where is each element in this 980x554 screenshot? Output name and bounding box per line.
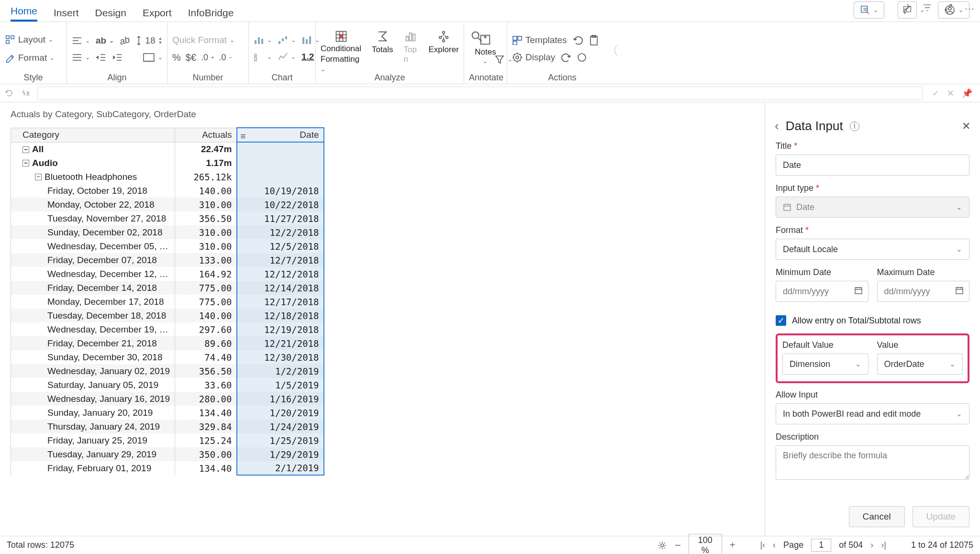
value-select[interactable]: OrderDate ⌄ xyxy=(877,354,963,375)
col-actuals[interactable]: Actuals xyxy=(175,128,237,142)
decrease-decimal[interactable]: .0− xyxy=(219,53,232,63)
calendar-icon[interactable] xyxy=(854,286,863,295)
page-input[interactable]: 1 xyxy=(811,539,831,552)
pin-chart[interactable]: ⌄ xyxy=(254,52,272,62)
first-page[interactable]: |‹ xyxy=(760,540,765,550)
format-button[interactable]: Format⌄ xyxy=(5,53,55,63)
last-page[interactable]: ›| xyxy=(881,540,886,550)
table-row[interactable]: Friday, December 21, 201889.6012/21/2018 xyxy=(11,336,324,350)
table-row[interactable]: Sunday, January 20, 2019134.401/20/2019 xyxy=(11,406,324,420)
pin-fb-icon[interactable]: 📌 xyxy=(962,88,972,99)
table-row[interactable]: Friday, January 25, 2019125.241/25/2019 xyxy=(11,433,324,447)
back-icon[interactable]: ‹ xyxy=(775,119,779,133)
layout-button[interactable]: Layout⌄ xyxy=(5,34,55,45)
font-size[interactable]: 18 ▲▼ xyxy=(135,35,162,46)
redo-button[interactable] xyxy=(561,53,571,62)
description-textarea[interactable] xyxy=(776,445,969,480)
clipboard-button[interactable] xyxy=(589,35,599,45)
currency-button[interactable]: $€ xyxy=(186,52,196,63)
table-row[interactable]: −Bluetooth Headphones265.12k xyxy=(11,170,324,184)
table-row[interactable]: Wednesday, January 02, 2019356.501/2/201… xyxy=(11,364,324,378)
increase-decimal[interactable]: .0+ xyxy=(201,53,214,63)
quick-format[interactable]: Quick Format⌄ xyxy=(172,35,234,45)
table-row[interactable]: Friday, December 14, 2018775.0012/14/201… xyxy=(11,281,324,295)
pin-icon[interactable] xyxy=(902,3,912,13)
filter-icon[interactable] xyxy=(923,3,933,13)
ribbon-scroll-right[interactable]: › xyxy=(614,44,617,56)
undo-fb-icon[interactable] xyxy=(5,89,14,98)
table-row[interactable]: Saturday, January 05, 201933.601/5/2019 xyxy=(11,378,324,392)
one-two[interactable]: 1.2 xyxy=(301,52,314,62)
table-row[interactable]: Wednesday, January 16, 2019280.001/16/20… xyxy=(11,392,324,406)
table-row[interactable]: Sunday, December 30, 201874.4012/30/2018 xyxy=(11,350,324,364)
calendar-icon[interactable] xyxy=(955,286,964,295)
writeback-tool[interactable]: ⌄ xyxy=(854,1,884,19)
display-button[interactable]: Display xyxy=(512,52,555,63)
tab-insert[interactable]: Insert xyxy=(54,7,79,22)
table-row[interactable]: Wednesday, December 12, …164.9212/12/201… xyxy=(11,267,324,281)
tab-design[interactable]: Design xyxy=(95,7,126,22)
info-icon[interactable]: i xyxy=(850,122,859,131)
undo-button[interactable] xyxy=(573,35,583,45)
notes-button[interactable]: Notes ⌄ xyxy=(475,33,496,65)
table-row[interactable]: Tuesday, January 29, 2019350.001/29/2019 xyxy=(11,447,324,461)
prev-page[interactable]: ‹ xyxy=(773,540,776,550)
close-icon[interactable]: ✕ xyxy=(962,120,970,133)
table-row[interactable]: Monday, October 22, 2018310.0010/22/2018 xyxy=(11,198,324,211)
tab-infobridge[interactable]: InfoBridge xyxy=(188,7,234,22)
more-icon[interactable]: ⋯ xyxy=(965,3,975,13)
next-page[interactable]: › xyxy=(870,540,873,550)
tab-export[interactable]: Export xyxy=(143,7,172,22)
fx-icon[interactable] xyxy=(21,89,31,98)
gear-icon[interactable] xyxy=(657,541,667,550)
allow-totals-checkbox[interactable]: ✓ Allow entry on Total/Subtotal rows xyxy=(776,315,969,326)
table-row[interactable]: Wednesday, December 05, …310.0012/5/2018 xyxy=(11,239,324,253)
explorer-button[interactable]: Explorer xyxy=(428,30,458,55)
zoom-in[interactable]: + xyxy=(730,540,735,551)
default-value-select[interactable]: Dimension ⌄ xyxy=(782,354,869,375)
templates-button[interactable]: Templates xyxy=(512,35,567,45)
align-vert[interactable]: ⌄ xyxy=(72,53,90,62)
percent-button[interactable]: % xyxy=(172,52,181,63)
indent[interactable] xyxy=(112,53,122,62)
totals-button[interactable]: Totals xyxy=(372,30,393,55)
tab-home[interactable]: Home xyxy=(11,5,37,22)
misc-button[interactable] xyxy=(577,53,587,62)
bar-chart[interactable]: ⌄ xyxy=(254,35,272,45)
table-row[interactable]: −All22.47m xyxy=(11,142,324,156)
align-horiz[interactable]: ⌄ xyxy=(72,36,90,45)
col-date[interactable]: ≡ Date xyxy=(237,128,324,142)
wrap-text[interactable]: ab⌄ xyxy=(96,35,114,46)
check-icon[interactable]: ✓ xyxy=(932,88,939,99)
formula-input[interactable] xyxy=(37,87,923,100)
update-button[interactable]: Update xyxy=(913,506,969,527)
zoom-out[interactable]: − xyxy=(675,539,681,552)
table-row[interactable]: Tuesday, December 18, 2018140.0012/18/20… xyxy=(11,309,324,322)
conditional-formatting[interactable]: Conditional Formatting ⌄ xyxy=(321,30,361,74)
line-chart[interactable]: ⌄ xyxy=(278,52,296,62)
svg-point-37 xyxy=(661,544,664,547)
table-row[interactable]: −Audio1.17m xyxy=(11,156,324,170)
title-input[interactable] xyxy=(776,155,969,176)
outdent[interactable] xyxy=(96,53,106,62)
format-select[interactable]: Default Locale ⌄ xyxy=(776,239,969,260)
allow-input-select[interactable]: In both PowerBI read and edit mode ⌄ xyxy=(776,403,969,424)
expand-icon[interactable] xyxy=(944,3,954,13)
table-row[interactable]: Monday, December 17, 2018775.0012/17/201… xyxy=(11,295,324,309)
zoom-value[interactable]: 100 % xyxy=(689,534,722,554)
table-row[interactable]: Tuesday, November 27, 2018356.5011/27/20… xyxy=(11,211,324,225)
table-row[interactable]: Wednesday, December 19, …297.6012/19/201… xyxy=(11,322,324,336)
rotate-text[interactable]: ab xyxy=(119,34,131,47)
input-type-select[interactable]: Date ⌄ xyxy=(776,197,969,218)
table-row[interactable]: Thursday, January 24, 2019329.841/24/201… xyxy=(11,420,324,433)
cancel-button[interactable]: Cancel xyxy=(849,506,905,527)
table-row[interactable]: Friday, February 01, 2019134.402/1/2019 xyxy=(11,461,324,475)
waterfall-chart[interactable]: ⌄ xyxy=(278,35,296,45)
table-row[interactable]: Sunday, December 02, 2018310.0012/2/2018 xyxy=(11,225,324,239)
topn-button[interactable]: Top n xyxy=(403,30,418,64)
col-category[interactable]: Category xyxy=(11,128,175,142)
x-icon[interactable]: ✕ xyxy=(947,88,954,99)
table-row[interactable]: Friday, October 19, 2018140.0010/19/2018 xyxy=(11,184,324,198)
table-row[interactable]: Friday, December 07, 2018133.0012/7/2018 xyxy=(11,253,324,267)
fit-button[interactable]: ⌄ xyxy=(143,53,163,62)
